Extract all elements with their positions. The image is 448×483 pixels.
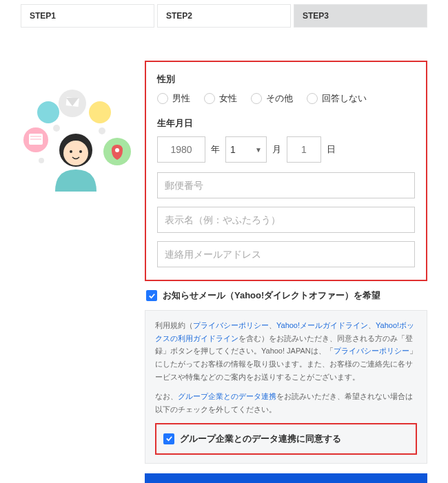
dob-label: 生年月日 bbox=[157, 117, 415, 130]
radio-icon bbox=[204, 93, 215, 104]
group-data-link[interactable]: グループ企業とのデータ連携 bbox=[178, 392, 276, 400]
contact-email-input[interactable] bbox=[157, 241, 415, 267]
checkbox-checked-icon bbox=[146, 290, 157, 301]
zip-input[interactable] bbox=[157, 172, 415, 198]
svg-point-16 bbox=[70, 150, 72, 153]
submit-row: 登録する bbox=[145, 473, 427, 483]
svg-point-13 bbox=[39, 158, 44, 163]
dob-row: 年 1▼ 月 日 bbox=[157, 136, 415, 163]
step-3: STEP3 bbox=[294, 4, 427, 28]
terms-paragraph-2: なお、グループ企業とのデータ連携をお読みいただき、希望されない場合は以下のチェッ… bbox=[155, 390, 417, 415]
display-name-input[interactable] bbox=[157, 207, 415, 233]
terms-paragraph-1: 利用規約（プライバシーポリシー、Yahoo!メールガイドライン、Yahoo!ボッ… bbox=[155, 319, 417, 383]
gender-radio-group: 男性 女性 その他 回答しない bbox=[157, 92, 415, 105]
gender-radio-none[interactable]: 回答しない bbox=[307, 92, 367, 105]
chevron-down-icon: ▼ bbox=[255, 146, 262, 154]
step-1: STEP1 bbox=[21, 4, 154, 28]
mail-guideline-link[interactable]: Yahoo!メールガイドライン bbox=[276, 321, 368, 329]
gender-label: 性別 bbox=[157, 73, 415, 85]
illustration bbox=[21, 61, 138, 483]
form-highlight-box: 性別 男性 女性 その他 回答しない 生年月日 年 1▼ 月 日 bbox=[145, 61, 427, 281]
step-2: STEP2 bbox=[157, 4, 291, 28]
radio-label: その他 bbox=[266, 92, 293, 105]
gender-radio-female[interactable]: 女性 bbox=[204, 92, 237, 105]
radio-label: 回答しない bbox=[322, 92, 367, 105]
newsletter-label: お知らせメール（Yahoo!ダイレクトオファー）を希望 bbox=[163, 289, 380, 302]
consent-highlight-box: グループ企業とのデータ連携に同意する bbox=[155, 423, 417, 455]
terms-text: 利用規約（ bbox=[155, 321, 193, 329]
year-unit: 年 bbox=[211, 143, 220, 156]
register-button[interactable]: 登録する bbox=[145, 473, 427, 483]
svg-point-11 bbox=[53, 125, 60, 132]
radio-icon bbox=[307, 93, 318, 104]
svg-point-4 bbox=[89, 101, 111, 123]
svg-point-15 bbox=[63, 141, 88, 165]
svg-point-10 bbox=[115, 148, 119, 152]
radio-icon bbox=[157, 93, 168, 104]
svg-point-0 bbox=[37, 101, 59, 123]
month-unit: 月 bbox=[272, 143, 281, 156]
privacy-policy-link-2[interactable]: プライバシーポリシー bbox=[334, 347, 409, 355]
year-input[interactable] bbox=[157, 136, 205, 163]
month-value: 1 bbox=[230, 144, 236, 155]
gender-radio-male[interactable]: 男性 bbox=[157, 92, 190, 105]
step-indicator: STEP1 STEP2 STEP3 bbox=[0, 0, 448, 28]
consent-label: グループ企業とのデータ連携に同意する bbox=[180, 431, 341, 446]
gender-radio-other[interactable]: その他 bbox=[251, 92, 293, 105]
terms-box: 利用規約（プライバシーポリシー、Yahoo!メールガイドライン、Yahoo!ボッ… bbox=[145, 310, 427, 464]
privacy-policy-link[interactable]: プライバシーポリシー bbox=[193, 321, 269, 329]
consent-checkbox-row[interactable]: グループ企業とのデータ連携に同意する bbox=[162, 429, 410, 449]
svg-point-17 bbox=[79, 150, 82, 153]
person-bubbles-icon bbox=[21, 88, 138, 205]
checkbox-checked-icon bbox=[163, 433, 174, 444]
day-unit: 日 bbox=[327, 143, 336, 156]
radio-label: 男性 bbox=[172, 92, 190, 105]
terms-text: なお、 bbox=[155, 392, 178, 400]
newsletter-checkbox-row[interactable]: お知らせメール（Yahoo!ダイレクトオファー）を希望 bbox=[145, 281, 427, 310]
svg-point-12 bbox=[99, 127, 105, 134]
radio-icon bbox=[251, 93, 262, 104]
terms-text: 、 bbox=[368, 321, 376, 329]
month-select[interactable]: 1▼ bbox=[225, 136, 267, 163]
radio-label: 女性 bbox=[219, 92, 237, 105]
terms-text: 、 bbox=[269, 321, 276, 329]
day-input[interactable] bbox=[287, 136, 321, 163]
